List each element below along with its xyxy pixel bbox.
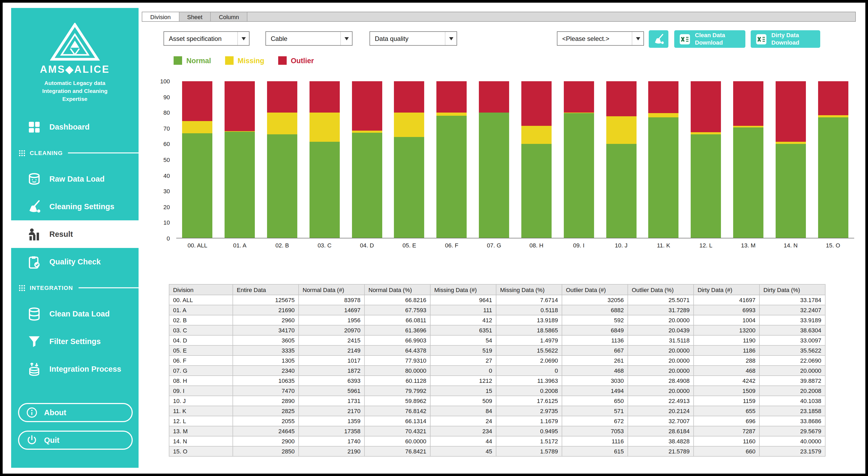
table-row-08-h[interactable]: 08. H10635639360.1128121211.3963303028.4… [169, 376, 825, 386]
x-axis-label: 06. F [431, 242, 473, 248]
cell: 0 [430, 365, 496, 376]
bar-segment-missing [352, 130, 382, 133]
sidebar-item-cleaning-settings[interactable]: Cleaning Settings [11, 193, 138, 220]
legend-swatch [225, 56, 233, 65]
table-row-15-o[interactable]: 15. O2850219076.8421451.578961521.578966… [169, 446, 825, 456]
stacked-bar [267, 81, 297, 238]
bar-09-i [558, 81, 600, 238]
cell: 1.4979 [496, 335, 562, 346]
table-row-05-e[interactable]: 05. E3335214964.437851915.562266720.0000… [169, 346, 825, 355]
cell: 509 [430, 396, 496, 406]
bar-segment-normal [224, 132, 255, 238]
bar-segment-outlier [733, 81, 764, 126]
sidebar-item-integration-process[interactable]: Integration Process [11, 355, 138, 383]
table-header: DivisionEntire DataNormal Data (#)Normal… [169, 284, 825, 295]
sidebar-item-result[interactable]: Result [11, 220, 138, 248]
x-axis-label: 02. B [261, 242, 303, 248]
table-row-02-b[interactable]: 02. B2960195666.081141213.918959220.0000… [169, 315, 825, 325]
chevron-down-icon [632, 32, 644, 45]
stacked-bar [352, 81, 382, 238]
cell: 6993 [693, 305, 760, 315]
table-row-09-i[interactable]: 09. I7470596179.7992150.2008149420.00001… [169, 386, 825, 396]
legend-label: Outlier [291, 57, 314, 64]
stacked-bar [394, 81, 425, 238]
table-row-04-d[interactable]: 04. D3605241566.9903541.4979113631.51181… [169, 335, 825, 346]
bar-segment-normal [563, 113, 594, 238]
column-header-missing-data[interactable]: Missing Data (%) [496, 284, 562, 295]
section-label: INTEGRATION [30, 285, 73, 291]
quit-button[interactable]: Quit [18, 430, 133, 450]
bar-segment-outlier [224, 81, 255, 131]
cleaning-run-button[interactable] [649, 30, 669, 48]
dirty-data-download-button[interactable]: Dirty Data Download [751, 30, 820, 48]
cell: 2149 [299, 346, 365, 355]
cell: 33.8686 [760, 416, 825, 426]
cell: 00. ALL [169, 295, 233, 305]
stacked-bar [776, 81, 806, 238]
cell: 2960 [233, 315, 299, 325]
column-header-missing-data[interactable]: Missing Data (#) [430, 284, 496, 295]
broom-icon [653, 33, 664, 45]
cell: 2055 [233, 416, 299, 426]
column-header-normal-data[interactable]: Normal Data (%) [365, 284, 430, 295]
x-axis: 00. ALL01. A02. B03. C04. D05. E06. F07.… [176, 242, 854, 248]
cell: 77.9310 [365, 355, 430, 365]
tab-division[interactable]: Division [142, 12, 179, 21]
table-row-14-n[interactable]: 14. N2900174060.0000441.5172111638.48281… [169, 436, 825, 446]
cell: 1212 [430, 376, 496, 386]
cell: 234 [430, 426, 496, 436]
grid-dots-icon [19, 284, 26, 291]
sidebar-item-raw-data-load[interactable]: Raw Data Load [11, 165, 138, 193]
column-header-outlier-data[interactable]: Outlier Data (#) [562, 284, 628, 295]
bar-segment-outlier [776, 81, 806, 142]
table-row-11-k[interactable]: 11. K2825217076.8142842.973557120.212465… [169, 406, 825, 416]
cell: 20.0000 [628, 346, 693, 355]
cell: 11. K [169, 406, 233, 416]
dropdown-data-quality[interactable]: Data quality [370, 31, 457, 46]
column-header-dirty-data[interactable]: Dirty Data (%) [760, 284, 825, 295]
table-row-12-l[interactable]: 12. L2055135966.1314241.167967232.700769… [169, 416, 825, 426]
bar-segment-normal [182, 133, 213, 238]
cell: 1872 [299, 365, 365, 376]
table-row-06-f[interactable]: 06. F1305101777.9310272.069026120.000028… [169, 355, 825, 365]
tab-column[interactable]: Column [211, 12, 248, 21]
sidebar-item-dashboard[interactable]: Dashboard [11, 113, 138, 141]
table-row-07-g[interactable]: 07. G2340187280.00000046820.000046820.00… [169, 365, 825, 376]
filter-icon [27, 334, 41, 349]
bar-segment-outlier [606, 81, 636, 117]
info-icon [26, 407, 38, 418]
sidebar-item-filter-settings[interactable]: Filter Settings [11, 328, 138, 355]
dropdown-asset-specification[interactable]: Asset specification [163, 31, 250, 46]
cell: 6849 [562, 325, 628, 335]
cell: 261 [562, 355, 628, 365]
cell: 468 [562, 365, 628, 376]
dropdown-please-select[interactable]: <Please select.> [557, 31, 644, 46]
cell: 7.6714 [496, 295, 562, 305]
column-header-outlier-data[interactable]: Outlier Data (%) [628, 284, 693, 295]
clean-data-download-button[interactable]: Clean Data Download [674, 30, 745, 48]
bar-segment-outlier [691, 81, 721, 132]
column-header-entire-data[interactable]: Entire Data [233, 284, 299, 295]
about-button[interactable]: About [18, 403, 133, 422]
cell: 31.7289 [628, 305, 693, 315]
tab-sheet[interactable]: Sheet [179, 12, 211, 21]
table-row-13-m[interactable]: 13. M246451735870.43212340.9495705328.61… [169, 426, 825, 436]
column-header-division[interactable]: Division [169, 284, 233, 295]
bar-15-o [812, 81, 854, 238]
bar-segment-normal [649, 118, 679, 238]
table-row-10-j[interactable]: 10. J2890173159.896250917.612565022.4913… [169, 396, 825, 406]
cell: 571 [562, 406, 628, 416]
column-header-dirty-data[interactable]: Dirty Data (#) [693, 284, 760, 295]
table-row-00-all[interactable]: 00. ALL1256758397866.821696417.671432056… [169, 295, 825, 305]
table-row-03-c[interactable]: 03. C341702097061.3696635118.5865684920.… [169, 325, 825, 335]
cell: 21690 [233, 305, 299, 315]
x-axis-label: 08. H [515, 242, 558, 248]
cell: 7470 [233, 386, 299, 396]
sidebar-item-quality-check[interactable]: Quality Check [11, 248, 138, 275]
sidebar-item-clean-data-load[interactable]: Clean Data Load [11, 300, 138, 328]
bar-segment-missing [691, 132, 721, 134]
dropdown-cable[interactable]: Cable [266, 31, 352, 46]
column-header-normal-data[interactable]: Normal Data (#) [299, 284, 365, 295]
table-row-01-a[interactable]: 01. A216901469767.75931110.5118688231.72… [169, 305, 825, 315]
cell: 02. B [169, 315, 233, 325]
